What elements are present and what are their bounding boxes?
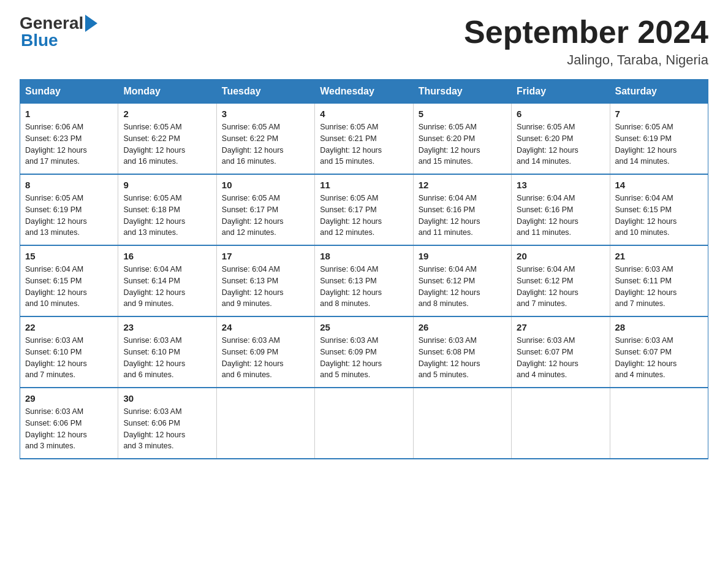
calendar-cell: 2 Sunrise: 6:05 AMSunset: 6:22 PMDayligh… [118, 104, 216, 175]
day-number: 24 [222, 322, 309, 332]
calendar-week-row: 15 Sunrise: 6:04 AMSunset: 6:15 PMDaylig… [20, 245, 708, 316]
day-number: 26 [419, 322, 506, 332]
day-info: Sunrise: 6:05 AMSunset: 6:20 PMDaylight:… [517, 123, 578, 166]
calendar-cell [315, 388, 413, 459]
calendar-cell: 18 Sunrise: 6:04 AMSunset: 6:13 PMDaylig… [315, 245, 413, 316]
day-info: Sunrise: 6:03 AMSunset: 6:11 PMDaylight:… [615, 265, 677, 308]
calendar-cell: 25 Sunrise: 6:03 AMSunset: 6:09 PMDaylig… [315, 316, 413, 388]
day-number: 8 [25, 180, 113, 190]
day-number: 9 [123, 180, 211, 190]
weekday-header-sunday: Sunday [20, 80, 118, 104]
day-number: 12 [419, 180, 506, 190]
calendar-cell: 6 Sunrise: 6:05 AMSunset: 6:20 PMDayligh… [512, 104, 610, 175]
day-number: 15 [25, 251, 113, 261]
day-number: 16 [123, 251, 211, 261]
day-info: Sunrise: 6:05 AMSunset: 6:17 PMDaylight:… [222, 194, 284, 237]
day-info: Sunrise: 6:05 AMSunset: 6:22 PMDaylight:… [123, 123, 185, 166]
day-number: 28 [615, 322, 703, 332]
day-number: 11 [320, 180, 408, 190]
day-info: Sunrise: 6:03 AMSunset: 6:07 PMDaylight:… [517, 336, 578, 379]
logo-blue-text: Blue [20, 31, 58, 50]
day-info: Sunrise: 6:03 AMSunset: 6:06 PMDaylight:… [123, 407, 185, 450]
calendar-cell: 7 Sunrise: 6:05 AMSunset: 6:19 PMDayligh… [610, 104, 708, 175]
day-number: 2 [123, 109, 211, 119]
day-info: Sunrise: 6:04 AMSunset: 6:16 PMDaylight:… [517, 194, 578, 237]
day-info: Sunrise: 6:04 AMSunset: 6:15 PMDaylight:… [615, 194, 677, 237]
calendar-cell: 4 Sunrise: 6:05 AMSunset: 6:21 PMDayligh… [315, 104, 413, 175]
calendar-cell: 23 Sunrise: 6:03 AMSunset: 6:10 PMDaylig… [118, 316, 216, 388]
weekday-header-friday: Friday [512, 80, 610, 104]
day-number: 5 [419, 109, 506, 119]
calendar-cell: 28 Sunrise: 6:03 AMSunset: 6:07 PMDaylig… [610, 316, 708, 388]
weekday-header-tuesday: Tuesday [216, 80, 314, 104]
day-number: 22 [25, 322, 113, 332]
day-number: 17 [222, 251, 309, 261]
day-number: 6 [517, 109, 604, 119]
weekday-header-saturday: Saturday [610, 80, 708, 104]
calendar-cell: 27 Sunrise: 6:03 AMSunset: 6:07 PMDaylig… [512, 316, 610, 388]
day-info: Sunrise: 6:06 AMSunset: 6:23 PMDaylight:… [25, 123, 87, 166]
calendar-cell: 9 Sunrise: 6:05 AMSunset: 6:18 PMDayligh… [118, 174, 216, 245]
day-number: 4 [320, 109, 408, 119]
logo-flag-icon [85, 15, 99, 32]
calendar-cell: 22 Sunrise: 6:03 AMSunset: 6:10 PMDaylig… [20, 316, 118, 388]
day-info: Sunrise: 6:05 AMSunset: 6:20 PMDaylight:… [419, 123, 480, 166]
day-info: Sunrise: 6:04 AMSunset: 6:13 PMDaylight:… [320, 265, 382, 308]
day-number: 21 [615, 251, 703, 261]
calendar-cell: 16 Sunrise: 6:04 AMSunset: 6:14 PMDaylig… [118, 245, 216, 316]
calendar-week-row: 22 Sunrise: 6:03 AMSunset: 6:10 PMDaylig… [20, 316, 708, 388]
calendar-cell: 19 Sunrise: 6:04 AMSunset: 6:12 PMDaylig… [413, 245, 511, 316]
day-info: Sunrise: 6:05 AMSunset: 6:17 PMDaylight:… [320, 194, 382, 237]
day-info: Sunrise: 6:04 AMSunset: 6:14 PMDaylight:… [123, 265, 185, 308]
calendar-cell: 14 Sunrise: 6:04 AMSunset: 6:15 PMDaylig… [610, 174, 708, 245]
day-info: Sunrise: 6:04 AMSunset: 6:15 PMDaylight:… [25, 265, 87, 308]
calendar-cell: 10 Sunrise: 6:05 AMSunset: 6:17 PMDaylig… [216, 174, 314, 245]
calendar-cell: 12 Sunrise: 6:04 AMSunset: 6:16 PMDaylig… [413, 174, 511, 245]
calendar-cell: 8 Sunrise: 6:05 AMSunset: 6:19 PMDayligh… [20, 174, 118, 245]
day-number: 1 [25, 109, 113, 119]
calendar-cell: 3 Sunrise: 6:05 AMSunset: 6:22 PMDayligh… [216, 104, 314, 175]
day-number: 27 [517, 322, 604, 332]
day-info: Sunrise: 6:03 AMSunset: 6:09 PMDaylight:… [320, 336, 382, 379]
day-info: Sunrise: 6:04 AMSunset: 6:13 PMDaylight:… [222, 265, 284, 308]
day-number: 25 [320, 322, 408, 332]
calendar-cell: 21 Sunrise: 6:03 AMSunset: 6:11 PMDaylig… [610, 245, 708, 316]
logo-general-text: General [20, 15, 83, 32]
day-info: Sunrise: 6:04 AMSunset: 6:12 PMDaylight:… [419, 265, 480, 308]
calendar-cell: 29 Sunrise: 6:03 AMSunset: 6:06 PMDaylig… [20, 388, 118, 459]
calendar-cell [413, 388, 511, 459]
weekday-header-row: SundayMondayTuesdayWednesdayThursdayFrid… [20, 80, 708, 104]
day-number: 29 [25, 393, 113, 404]
day-number: 30 [123, 393, 211, 404]
calendar-cell: 15 Sunrise: 6:04 AMSunset: 6:15 PMDaylig… [20, 245, 118, 316]
day-number: 23 [123, 322, 211, 332]
calendar-cell: 13 Sunrise: 6:04 AMSunset: 6:16 PMDaylig… [512, 174, 610, 245]
title-area: September 2024 Jalingo, Taraba, Nigeria [464, 15, 708, 68]
day-info: Sunrise: 6:03 AMSunset: 6:10 PMDaylight:… [25, 336, 87, 379]
calendar-cell: 26 Sunrise: 6:03 AMSunset: 6:08 PMDaylig… [413, 316, 511, 388]
day-number: 10 [222, 180, 309, 190]
calendar-cell: 30 Sunrise: 6:03 AMSunset: 6:06 PMDaylig… [118, 388, 216, 459]
weekday-header-wednesday: Wednesday [315, 80, 413, 104]
calendar-cell [512, 388, 610, 459]
day-number: 19 [419, 251, 506, 261]
day-number: 14 [615, 180, 703, 190]
calendar-cell [216, 388, 314, 459]
day-info: Sunrise: 6:03 AMSunset: 6:07 PMDaylight:… [615, 336, 677, 379]
weekday-header-monday: Monday [118, 80, 216, 104]
weekday-header-thursday: Thursday [413, 80, 511, 104]
calendar-week-row: 1 Sunrise: 6:06 AMSunset: 6:23 PMDayligh… [20, 104, 708, 175]
day-info: Sunrise: 6:05 AMSunset: 6:22 PMDaylight:… [222, 123, 284, 166]
svg-marker-0 [85, 15, 97, 32]
calendar-title: September 2024 [464, 15, 708, 50]
calendar-week-row: 8 Sunrise: 6:05 AMSunset: 6:19 PMDayligh… [20, 174, 708, 245]
calendar-subtitle: Jalingo, Taraba, Nigeria [464, 52, 708, 68]
day-info: Sunrise: 6:03 AMSunset: 6:06 PMDaylight:… [25, 407, 87, 450]
calendar-cell: 17 Sunrise: 6:04 AMSunset: 6:13 PMDaylig… [216, 245, 314, 316]
calendar-cell: 24 Sunrise: 6:03 AMSunset: 6:09 PMDaylig… [216, 316, 314, 388]
calendar-cell [610, 388, 708, 459]
day-info: Sunrise: 6:03 AMSunset: 6:08 PMDaylight:… [419, 336, 480, 379]
day-info: Sunrise: 6:03 AMSunset: 6:10 PMDaylight:… [123, 336, 185, 379]
logo-icon: General [20, 15, 99, 32]
day-number: 13 [517, 180, 604, 190]
